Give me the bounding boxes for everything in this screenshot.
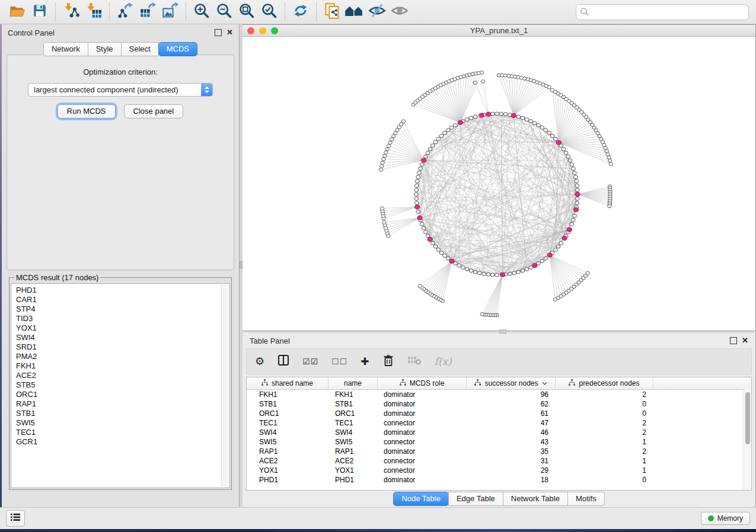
leaf-node[interactable] [385,148,389,151]
mcds-node[interactable] [556,140,561,145]
network-node[interactable] [568,159,572,162]
mcds-result-item[interactable]: SWI4 [16,333,221,342]
leaf-node[interactable] [390,138,394,142]
run-mcds-button[interactable]: Run MCDS [58,104,116,118]
show-all-button[interactable] [390,2,410,21]
network-node[interactable] [416,210,420,213]
zoom-selected-button[interactable] [259,2,279,21]
mcds-result-item[interactable]: PHD1 [16,286,221,295]
network-node[interactable] [490,273,495,277]
mcds-node[interactable] [575,193,580,197]
export-image-button[interactable] [160,2,180,21]
leaf-node[interactable] [381,161,384,165]
clone-network-button[interactable] [322,2,342,21]
network-node[interactable] [540,126,544,130]
table-row[interactable]: STB1STB1dominator620 [247,399,751,409]
mcds-result-item[interactable]: ORC1 [16,390,221,399]
mcds-result-item[interactable]: STB1 [16,409,221,418]
leaf-node[interactable] [383,154,387,158]
export-table-button[interactable] [138,2,158,21]
mcds-result-item[interactable]: SRD1 [16,342,221,352]
column-header-predecessor-nodes[interactable]: predecessor nodes [556,377,653,389]
leaf-node[interactable] [481,80,484,84]
network-node[interactable] [414,201,419,205]
maximize-window-icon[interactable] [271,27,278,34]
table-row[interactable]: PHD1PHD1dominator180 [247,475,751,485]
network-node[interactable] [469,116,473,120]
leaf-node[interactable] [480,71,484,75]
leaf-node[interactable] [387,144,390,148]
open-session-button[interactable] [7,2,27,21]
network-canvas[interactable] [243,37,755,331]
mcds-result-item[interactable]: CAR1 [16,295,221,305]
show-columns-button[interactable] [277,354,289,368]
network-node[interactable] [423,230,428,234]
network-node[interactable] [544,257,548,260]
network-node[interactable] [436,248,441,252]
task-history-button[interactable] [6,510,25,527]
mcds-result-item[interactable]: YOX1 [16,323,221,333]
leaf-node[interactable] [605,149,608,153]
network-node[interactable] [571,167,575,171]
zoom-in-button[interactable] [192,2,212,21]
leaf-node[interactable] [553,298,557,302]
table-row[interactable]: FKH1FKH1dominator962 [247,390,751,399]
network-node[interactable] [495,112,499,116]
network-node[interactable] [512,271,516,275]
network-node[interactable] [416,175,420,179]
network-node[interactable] [436,137,441,141]
network-node[interactable] [414,197,419,200]
table-row[interactable]: TEC1TEC1connector472 [247,418,751,428]
network-node[interactable] [575,201,579,205]
leaf-node[interactable] [609,162,613,166]
table-row[interactable]: SWI4SWI4dominator462 [247,428,751,437]
network-node[interactable] [461,266,465,270]
network-node[interactable] [473,115,477,118]
leaf-node[interactable] [384,151,388,155]
import-table-button[interactable] [84,2,104,21]
mcds-result-item[interactable]: SWI5 [16,418,221,428]
network-node[interactable] [465,267,469,271]
network-node[interactable] [453,124,457,127]
leaf-node[interactable] [607,156,611,159]
add-column-button[interactable]: ✚ [361,357,369,367]
tab-network[interactable]: Network [43,42,88,56]
leaf-node[interactable] [480,313,484,316]
leaf-node[interactable] [401,120,405,123]
mcds-node[interactable] [562,236,567,241]
table-row[interactable]: ACE2ACE2connector311 [247,456,751,466]
mcds-node[interactable] [486,112,491,116]
network-node[interactable] [477,271,481,275]
network-node[interactable] [559,241,563,245]
column-header-MCDS-role[interactable]: MCDS role [378,377,467,389]
network-node[interactable] [571,219,575,222]
network-node[interactable] [415,180,419,183]
network-node[interactable] [570,163,574,166]
network-node[interactable] [521,116,525,120]
leaf-node[interactable] [547,86,551,89]
mcds-node[interactable] [547,253,552,257]
mcds-node[interactable] [479,113,484,117]
splitter-grip[interactable] [499,329,506,334]
network-node[interactable] [428,148,432,151]
network-node[interactable] [516,270,521,274]
table-row[interactable]: SWI5SWI5connector431 [247,437,751,447]
mcds-result-item[interactable]: TEC1 [16,428,221,437]
leaf-node[interactable] [379,168,382,172]
import-network-button[interactable] [61,2,81,21]
network-node[interactable] [503,113,508,116]
tab-mcds[interactable]: MCDS [158,42,197,56]
network-node[interactable] [465,118,469,121]
network-node[interactable] [573,175,578,179]
select-all-button[interactable]: ☑☑ [302,357,318,366]
network-node[interactable] [449,126,454,130]
float-panel-icon[interactable] [215,29,222,36]
mcds-result-item[interactable]: PMA2 [16,352,221,361]
hide-selected-button[interactable] [367,2,387,21]
mcds-node[interactable] [532,264,537,268]
network-node[interactable] [508,272,512,275]
mcds-node[interactable] [573,207,578,211]
tab-motifs[interactable]: Motifs [567,492,605,506]
network-node[interactable] [417,171,422,175]
mcds-node[interactable] [422,158,426,162]
